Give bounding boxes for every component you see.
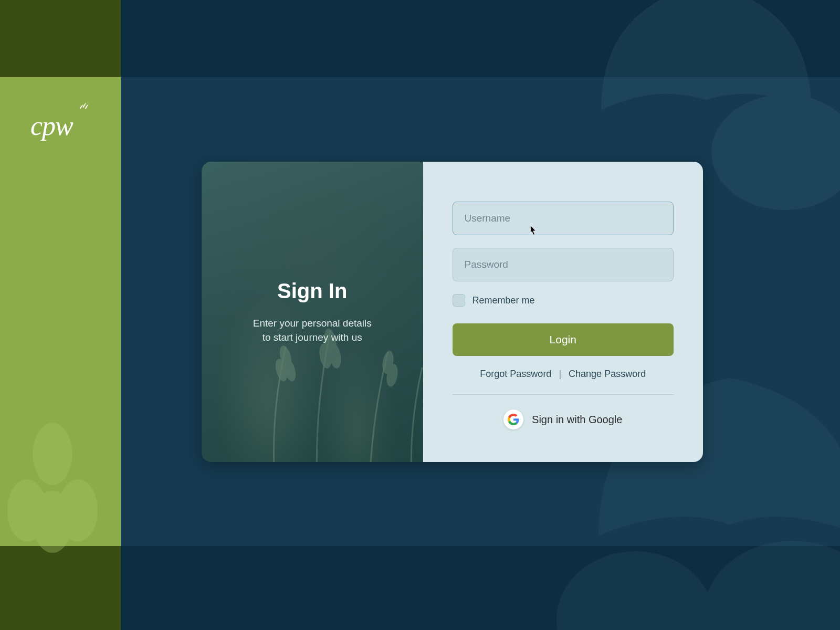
forgot-password-link[interactable]: Forgot Password [480,369,551,380]
brand-logo-text: cpw [30,110,73,141]
sidebar-top-strip [0,0,121,77]
wheat-decoration-icon [0,420,110,567]
username-input[interactable] [453,202,674,235]
password-input[interactable] [453,248,674,281]
remember-me-checkbox[interactable] [453,294,465,307]
google-signin-button[interactable]: Sign in with Google [503,410,622,429]
login-button[interactable]: Login [453,323,674,356]
svg-point-3 [33,491,72,553]
svg-point-0 [33,423,72,485]
form-divider [453,394,674,395]
login-hero-panel: Sign In Enter your personal details to s… [202,162,423,462]
remember-me-row: Remember me [453,294,674,307]
auth-links-row: Forgot Password | Change Password [453,369,674,380]
signin-subtitle: Enter your personal details to start jou… [253,317,372,344]
login-form-panel: Remember me Login Forgot Password | Chan… [423,162,704,462]
link-divider: | [559,369,561,380]
change-password-link[interactable]: Change Password [569,369,646,380]
google-icon [503,410,523,429]
svg-point-5 [704,541,840,630]
logo-wheat-icon [75,99,92,116]
login-card: Sign In Enter your personal details to s… [202,162,703,462]
svg-point-4 [711,94,840,210]
signin-title: Sign In [277,279,347,303]
remember-me-label: Remember me [472,295,535,306]
cursor-pointer-icon [527,224,538,239]
svg-point-6 [556,551,714,630]
google-signin-label: Sign in with Google [532,414,622,426]
